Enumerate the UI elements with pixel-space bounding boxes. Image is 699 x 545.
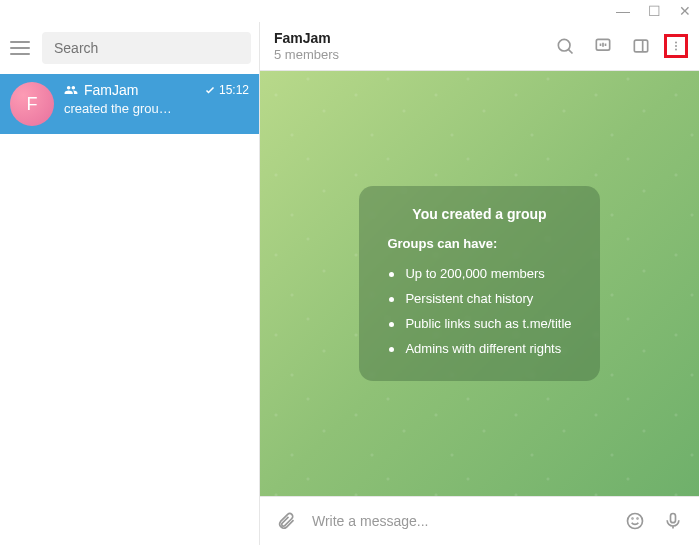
svg-rect-9 <box>671 514 676 523</box>
chat-list-item[interactable]: F FamJam 15:12 created the grou… <box>0 74 259 134</box>
search-input[interactable] <box>42 32 251 64</box>
chat-preview: created the grou… <box>64 101 249 116</box>
list-item: Persistent chat history <box>387 286 571 311</box>
main-panel: FamJam 5 members You c <box>260 22 699 545</box>
chat-name: FamJam <box>84 82 138 98</box>
message-input[interactable] <box>312 513 609 529</box>
menu-icon[interactable] <box>8 36 32 60</box>
info-subtitle: Groups can have: <box>387 236 571 251</box>
list-item: Up to 200,000 members <box>387 261 571 286</box>
svg-point-8 <box>637 518 638 519</box>
svg-point-7 <box>632 518 633 519</box>
emoji-icon[interactable] <box>623 509 647 533</box>
side-panel-icon[interactable] <box>629 34 653 58</box>
check-icon <box>204 84 216 96</box>
search-icon[interactable] <box>553 34 577 58</box>
svg-point-4 <box>675 45 677 47</box>
window-close[interactable]: ✕ <box>679 3 691 19</box>
group-icon <box>64 83 78 97</box>
chat-title[interactable]: FamJam <box>274 30 339 46</box>
chat-time: 15:12 <box>219 83 249 97</box>
message-composer <box>260 496 699 545</box>
sidebar: F FamJam 15:12 created the grou… <box>0 22 260 545</box>
info-title: You created a group <box>387 206 571 222</box>
chat-header: FamJam 5 members <box>260 22 699 71</box>
info-list: Up to 200,000 members Persistent chat hi… <box>387 261 571 361</box>
list-item: Admins with different rights <box>387 336 571 361</box>
attach-icon[interactable] <box>274 509 298 533</box>
avatar: F <box>10 82 54 126</box>
svg-point-0 <box>558 39 570 51</box>
window-maximize[interactable]: ☐ <box>648 3 661 19</box>
list-item: Public links such as t.me/title <box>387 311 571 336</box>
microphone-icon[interactable] <box>661 509 685 533</box>
svg-point-5 <box>675 49 677 51</box>
chat-subtitle: 5 members <box>274 47 339 62</box>
chat-body: You created a group Groups can have: Up … <box>260 71 699 496</box>
svg-point-6 <box>628 514 643 529</box>
more-options-icon[interactable] <box>664 34 688 58</box>
info-card: You created a group Groups can have: Up … <box>359 186 599 381</box>
svg-rect-2 <box>634 40 647 52</box>
voice-chat-icon[interactable] <box>591 34 615 58</box>
window-titlebar: — ☐ ✕ <box>0 0 699 22</box>
window-minimize[interactable]: — <box>616 3 630 19</box>
svg-point-3 <box>675 42 677 44</box>
